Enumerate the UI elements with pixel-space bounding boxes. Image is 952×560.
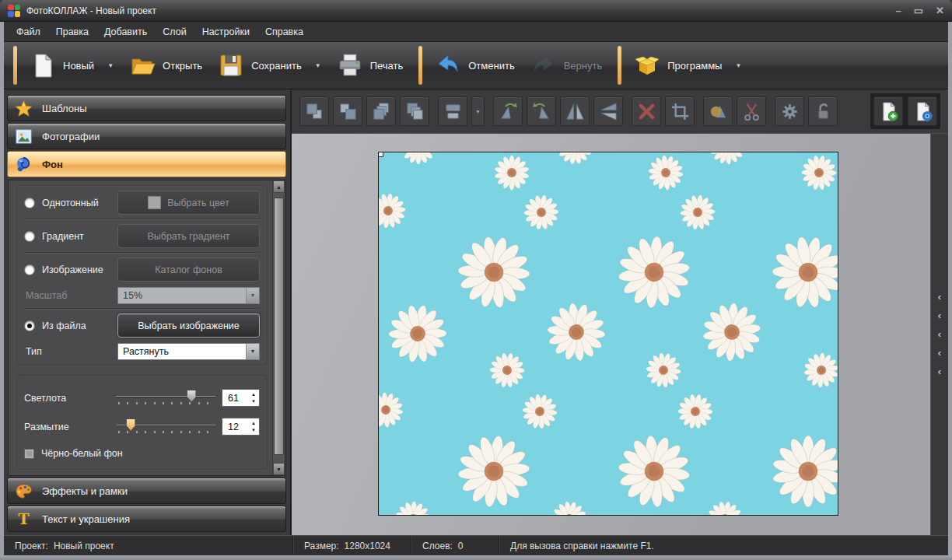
bring-to-front-button[interactable]	[366, 96, 396, 126]
flip-vertical-icon	[598, 101, 619, 122]
lightness-slider[interactable]	[116, 389, 215, 408]
move-backward-button[interactable]	[333, 96, 362, 126]
scrollbar-thumb[interactable]	[274, 198, 284, 455]
toolbar-separator	[618, 46, 621, 85]
letter-t-icon: T	[14, 509, 33, 529]
move-forward-button[interactable]	[299, 96, 329, 126]
daisy-flower	[614, 233, 694, 312]
minimize-button[interactable]: –	[896, 5, 901, 16]
sidebar-item-text[interactable]: T Текст и украшения	[7, 506, 286, 532]
blur-slider[interactable]	[116, 418, 215, 436]
daisy-flower	[451, 229, 536, 314]
workspace: ‹‹‹‹‹	[292, 133, 948, 535]
shell-icon	[14, 155, 33, 174]
unlock-button[interactable]	[808, 96, 838, 126]
menu-item[interactable]: Слой	[155, 23, 194, 40]
align-button[interactable]	[438, 96, 467, 126]
send-to-back-button[interactable]	[400, 96, 429, 126]
add-page-button[interactable]	[873, 96, 903, 126]
send-to-back-icon	[404, 101, 425, 122]
flip-vertical-button[interactable]	[593, 96, 623, 126]
menu-item[interactable]: Настройки	[194, 23, 257, 40]
status-bar: Проект:Новый проект Размер:1280x1024 Сло…	[4, 535, 948, 555]
choose-gradient-button[interactable]: Выбрать градиент	[117, 224, 260, 248]
sidebar-item-background[interactable]: Фон	[7, 151, 286, 177]
daisy-flower	[708, 152, 747, 166]
panel-scrollbar[interactable]: ▲ ▼	[272, 180, 285, 475]
menu-item[interactable]: Справка	[257, 23, 311, 40]
status-layers: Слоев:0	[411, 536, 499, 555]
sidebar-item-label: Фотографии	[42, 131, 100, 142]
radio-from-file[interactable]	[24, 320, 35, 331]
daisy-flower	[520, 191, 563, 234]
page-buttons-block	[870, 93, 940, 129]
sidebar-item-photos[interactable]: Фотографии	[7, 123, 286, 149]
page-settings-button[interactable]	[908, 96, 937, 126]
menu-item[interactable]: Добавить	[96, 23, 155, 40]
chevron-down-icon: ▼	[246, 288, 259, 303]
daisy-flower	[798, 152, 838, 194]
scroll-up-icon[interactable]: ▲	[273, 180, 285, 193]
sidebar-item-effects[interactable]: Эффекты и рамки	[7, 478, 286, 504]
scale-select[interactable]: 15% ▼	[117, 287, 260, 304]
scale-label: Масштаб	[26, 290, 67, 301]
toolbar-separator	[13, 46, 17, 85]
main-toolbar: Новый▼ОткрытьСохранить▼ПечатьОтменитьВер…	[4, 42, 948, 89]
delete-icon	[636, 101, 657, 122]
cut-button[interactable]	[737, 96, 766, 126]
selection-handle[interactable]	[378, 152, 383, 157]
new-button[interactable]: Новый▼	[23, 49, 123, 82]
radio-gradient[interactable]	[24, 231, 35, 242]
spin-up-icon: ▲	[251, 421, 256, 425]
choose-image-button[interactable]: Выбрать изображение	[117, 313, 260, 338]
blur-slider-thumb[interactable]	[127, 419, 135, 431]
save-button[interactable]: Сохранить▼	[212, 49, 331, 82]
crop-button[interactable]	[665, 96, 695, 126]
mask-button[interactable]	[703, 96, 733, 126]
rotate-right-button[interactable]	[527, 96, 556, 126]
radio-solid-color[interactable]	[24, 198, 35, 208]
background-catalog-button[interactable]: Каталог фонов	[117, 257, 260, 282]
print-button[interactable]: Печать	[331, 49, 413, 82]
status-project: Проект:Новый проект	[4, 536, 293, 555]
delete-button[interactable]	[632, 96, 661, 126]
rotate-left-button[interactable]	[493, 96, 523, 126]
open-button[interactable]: Открыть	[123, 49, 212, 82]
maximize-button[interactable]: ▭	[914, 5, 923, 16]
collapse-panel-strip[interactable]: ‹‹‹‹‹	[930, 134, 948, 535]
lightness-slider-thumb[interactable]	[187, 390, 196, 402]
settings-button[interactable]	[775, 96, 804, 126]
menu-item[interactable]: Правка	[48, 23, 96, 40]
gradient-label: Градиент	[42, 231, 84, 242]
undo-button[interactable]: Отменить	[429, 49, 523, 82]
bring-to-front-icon	[371, 101, 392, 122]
scroll-down-icon[interactable]: ▼	[273, 463, 285, 475]
blur-spinner[interactable]: 12 ▲▼	[222, 418, 260, 436]
sidebar-item-templates[interactable]: Шаблоны	[7, 95, 286, 121]
menu-item[interactable]: Файл	[9, 23, 48, 40]
rotate-left-icon	[498, 101, 519, 122]
choose-color-button[interactable]: Выбрать цвет	[117, 191, 260, 215]
redo-button[interactable]: Вернуть	[524, 49, 612, 82]
daisy-flower	[554, 152, 595, 168]
align-dropdown-button[interactable]: ▼	[471, 96, 485, 126]
close-button[interactable]: ✕	[936, 5, 944, 16]
daisy-flower	[378, 191, 408, 231]
star-icon	[14, 99, 33, 118]
chevron-left-icon: ‹	[938, 312, 941, 320]
sidebar-item-label: Текст и украшения	[42, 513, 130, 525]
type-label: Тип	[26, 346, 42, 357]
type-select[interactable]: Растянуть ▼	[117, 343, 260, 360]
programs-button[interactable]: Программы▼	[628, 49, 751, 82]
bw-checkbox[interactable]	[24, 449, 34, 459]
palette-icon	[14, 481, 33, 501]
radio-image[interactable]	[24, 264, 35, 275]
align-icon	[443, 101, 464, 122]
lightness-spinner[interactable]: 61 ▲▼	[222, 389, 260, 407]
canvas-image[interactable]	[378, 152, 838, 516]
daisy-flower	[677, 191, 718, 233]
flip-horizontal-button[interactable]	[560, 96, 590, 126]
chevron-left-icon: ‹	[938, 331, 941, 338]
daisy-flower	[764, 228, 838, 317]
daisy-flower	[701, 300, 764, 363]
